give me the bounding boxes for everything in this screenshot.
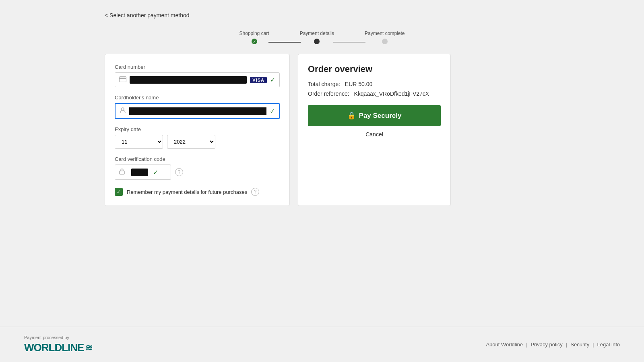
checkmark-icon: ✓ [117, 189, 121, 195]
order-reference-row: Order reference: Kkqaaax_VRoDfked1jFV27c… [308, 90, 441, 97]
step-dot-complete: ✓ [252, 39, 257, 44]
svg-rect-0 [120, 76, 126, 82]
lock-icon [119, 168, 125, 176]
expiry-label: Expiry date [115, 126, 280, 132]
card-number-group: Card number VISA ✓ [115, 64, 280, 87]
total-charge-label: Total charge: [308, 81, 340, 87]
cvc-help-icon[interactable]: ? [175, 168, 183, 176]
svg-rect-1 [119, 78, 126, 79]
worldline-waves-icon: ≋ [85, 343, 92, 353]
order-reference-value: Kkqaaax_VRoDfked1jFV27cX [354, 90, 429, 97]
order-title: Order overview [308, 64, 441, 74]
connector-1 [268, 42, 301, 43]
footer-legal-link[interactable]: Legal info [597, 341, 620, 348]
cvc-check-icon: ✓ [153, 169, 158, 176]
remember-label: Remember my payment details for future p… [127, 189, 247, 195]
remember-me-row: ✓ Remember my payment details for future… [115, 188, 280, 196]
footer: Payment processed by WORLDLINE ≋ About W… [0, 327, 644, 362]
svg-point-2 [122, 108, 124, 110]
pay-button-label: Pay Securely [359, 112, 402, 120]
visa-badge: VISA [250, 77, 267, 83]
step-payment-details: Payment details [300, 31, 334, 44]
pay-securely-button[interactable]: 🔒 Pay Securely [308, 105, 441, 126]
card-icon [119, 76, 126, 84]
cvc-label: Card verification code [115, 156, 280, 162]
expiry-group: Expiry date 01 02 03 04 05 06 07 08 09 1… [115, 126, 280, 149]
cardholder-name-input[interactable] [129, 107, 266, 115]
cardholder-name-group: Cardholder's name ✓ [115, 95, 280, 119]
total-charge-value: EUR 50.00 [345, 81, 372, 87]
step-payment-complete: Payment complete [365, 31, 405, 44]
footer-security-link[interactable]: Security [570, 341, 589, 348]
connector-2 [333, 42, 365, 43]
expiry-year-select[interactable]: 2022 2023 2024 2025 2026 [167, 135, 215, 149]
cardholder-name-input-wrapper[interactable]: ✓ [115, 103, 280, 119]
cvc-value: ●●● [131, 169, 148, 176]
footer-about-link[interactable]: About Worldline [486, 341, 523, 348]
cancel-button[interactable]: Cancel [308, 131, 441, 138]
remember-help-icon[interactable]: ? [251, 188, 259, 196]
back-link[interactable]: < Select another payment method [105, 12, 190, 19]
step-dot-active [314, 39, 320, 44]
step-dot-inactive [382, 39, 388, 44]
payment-form: Card number VISA ✓ Cardholder's name [105, 54, 290, 206]
processed-by-text: Payment processed by [24, 335, 92, 340]
card-number-check-icon: ✓ [270, 76, 275, 84]
card-number-input-wrapper: VISA ✓ [115, 72, 280, 87]
card-number-label: Card number [115, 64, 280, 70]
lock-pay-icon: 🔒 [347, 111, 356, 120]
footer-brand: Payment processed by WORLDLINE ≋ [24, 335, 92, 354]
footer-privacy-link[interactable]: Privacy policy [530, 341, 562, 348]
step-shopping-cart: Shopping cart ✓ [239, 31, 269, 44]
cardholder-check-icon: ✓ [270, 107, 275, 115]
expiry-month-select[interactable]: 01 02 03 04 05 06 07 08 09 10 11 12 [115, 135, 163, 149]
cvc-group: Card verification code ●●● ✓ ? [115, 156, 280, 180]
cardholder-name-label: Cardholder's name [115, 95, 280, 101]
stepper: Shopping cart ✓ Payment details Payment … [105, 27, 539, 44]
worldline-logo: WORLDLINE ≋ [24, 341, 92, 354]
worldline-brand-text: WORLDLINE [24, 341, 84, 354]
order-reference-label: Order reference: [308, 90, 349, 97]
expiry-row: 01 02 03 04 05 06 07 08 09 10 11 12 [115, 135, 280, 149]
total-charge-row: Total charge: EUR 50.00 [308, 81, 441, 87]
order-overview-card: Order overview Total charge: EUR 50.00 O… [298, 54, 451, 206]
person-icon [120, 107, 126, 115]
cvc-input-wrapper[interactable]: ●●● ✓ [115, 165, 171, 180]
footer-links: About Worldline | Privacy policy | Secur… [486, 341, 620, 348]
cancel-label: Cancel [365, 131, 383, 138]
svg-rect-3 [120, 171, 124, 174]
remember-checkbox[interactable]: ✓ [115, 188, 123, 196]
card-number-value [130, 76, 247, 84]
cvc-row: ●●● ✓ ? [115, 165, 280, 180]
